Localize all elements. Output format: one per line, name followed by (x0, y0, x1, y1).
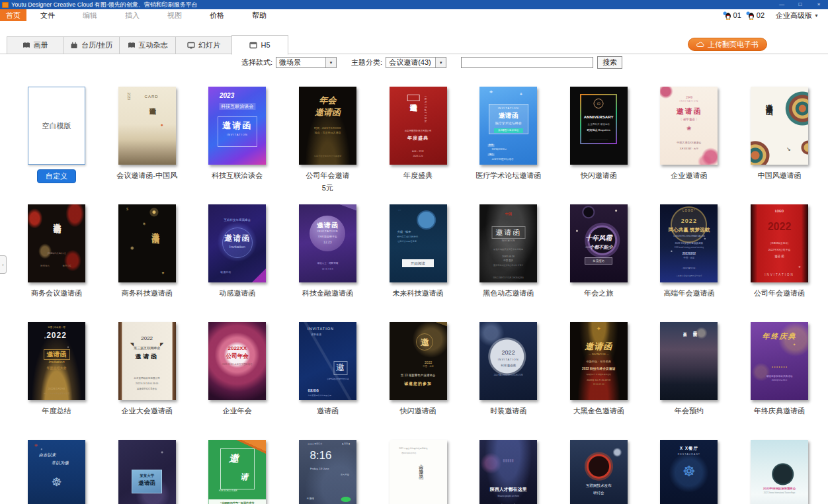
search-button[interactable]: 搜索 (597, 56, 622, 69)
menu-help[interactable]: 帮助 (238, 11, 280, 21)
panel-collapse-handle[interactable]: › (0, 255, 7, 274)
template-thumbnail[interactable]: 邀请函↘ (751, 87, 808, 165)
template-thumbnail[interactable]: S恭候 光临邀请函◈ (118, 204, 176, 282)
template-thumbnail[interactable]: LOGO°2022同心共赢 筑梦远航CONCENTRIC WIN DREAM S… (660, 204, 718, 282)
template-thumbnail[interactable]: 空白模版 (28, 87, 85, 165)
qq-account-1[interactable]: 01 (723, 11, 741, 20)
template-card[interactable]: 2023科技互联洽谈会邀请函INVITATION 科技互联洽谈会 (208, 87, 266, 193)
template-card[interactable]: 2022INVITATION时装邀请函2022 FALL/WINTER COLL… (479, 322, 537, 416)
template-card[interactable]: 2023CARD邀请函● 会议邀请函-中国风 (118, 87, 176, 193)
category-select[interactable]: 会议邀请(43) ▼ (386, 57, 446, 68)
template-thumbnail[interactable]: ⊙ANNIVERSARY企业周年庆 诚邀莅临时间地点 Enquiries————… (570, 87, 628, 165)
template-thumbnail[interactable]: 邀请函(与您相约共商大计)时间地点敬请光临 (28, 204, 85, 282)
template-card[interactable]: 邀2022中国 · 北京第 13 届新零售产业博览会诚邀您的参加 快闪邀请函 (390, 322, 447, 416)
close-button[interactable]: × (809, 0, 828, 9)
template-thumbnail[interactable]: 年会邀请函时间：2023年X月XX日地点：北京市xx大酒店北京有图文创科技公司诚… (299, 87, 356, 165)
template-card[interactable]: 邀请函(与您相约共商大计)时间地点敬请光临 商务会议邀请函 (28, 204, 85, 298)
template-thumbnail[interactable]: LOGO2022(龙腾虎跃贺新年)2022年XX公司年会邀请 函INVITATI… (751, 204, 808, 282)
template-card[interactable]: 年终庆典✦● ● ● ● ● ● ●诚邀您参加年终庆典活动2022年12月31日… (751, 322, 808, 416)
template-card[interactable]: ✚✚INVITATION邀请函医疗学术论坛峰会第X届医疗学术论坛时间2023年X… (479, 87, 537, 193)
template-thumbnail[interactable]: 邀请函INVITATION北京有图国际酒店有限公司年度盛典时间：XX月2023.… (390, 87, 447, 165)
qq-account-2[interactable]: 02 (746, 11, 765, 20)
menu-insert[interactable]: 插入 (111, 11, 153, 21)
template-thumbnail[interactable]: ⊕自古以来常以为傲☸ (28, 440, 85, 504)
template-card[interactable]: ⊙ANNIVERSARY企业周年庆 诚邀莅临时间地点 Enquiries————… (570, 87, 628, 193)
restore-button[interactable]: □ (791, 0, 809, 9)
template-card[interactable]: 2022XX公司年会2022-12-31 北京某某国际酒店 企业年会 (208, 322, 266, 416)
template-card[interactable]: 二零二二年 农历闰年一年中的第三百五十六天 年会预约 (660, 322, 718, 416)
template-card[interactable]: 某某大学邀请函 (118, 440, 176, 504)
menu-price[interactable]: 价格 (196, 11, 238, 21)
template-thumbnail[interactable]: FOR WORLD IN AIR邀请“会唱歌的空气” 巡演艺术节 (208, 440, 266, 504)
template-thumbnail[interactable]: 中国邀请函INVITATION欢迎莅临重庆文化艺术中心指导20XX.06.26中… (479, 204, 537, 282)
template-card[interactable]: LOGO°2022同心共赢 筑梦远航CONCENTRIC WIN DREAM S… (660, 204, 718, 298)
minimize-button[interactable]: — (772, 0, 791, 9)
tab-h5[interactable]: H5 (231, 35, 288, 55)
template-card[interactable]: ▮▮▮▮▮陕西人才都在这里Shaanxi people are here中国 ·… (479, 440, 537, 504)
template-thumbnail[interactable]: 2022中国国际旅游博览会2022 Chinese International … (751, 440, 808, 504)
customize-button[interactable]: 自定义 (37, 169, 76, 183)
template-thumbnail[interactable]: 十年风霜一个都不能少抢票报名 (570, 204, 628, 282)
template-thumbnail[interactable]: 2023CARD邀请函● (118, 87, 176, 165)
template-card[interactable]: 年会邀请函时间：2023年X月XX日地点：北京市xx大酒店北京有图文创科技公司诚… (299, 87, 356, 193)
template-thumbnail[interactable]: 2023科技互联洽谈会邀请函INVITATION (208, 87, 266, 165)
template-thumbnail[interactable]: X X餐厅RESTAURANT☸邀请函 (660, 440, 718, 504)
menu-edit[interactable]: 编辑 (69, 11, 111, 21)
chevron-down-icon[interactable]: ▼ (325, 58, 336, 67)
blank-template-card[interactable]: 空白模版 自定义 (28, 87, 85, 193)
template-thumbnail[interactable]: 年终庆典✦● ● ● ● ● ● ●诚邀您参加年终庆典活动2022年12月31日 (751, 322, 808, 400)
template-card[interactable]: 互联科技年度高峰会邀请函Invitation敬请莅临 动感邀请函 (208, 204, 266, 298)
menu-file[interactable]: 文件 (26, 11, 69, 21)
template-thumbnail[interactable]: 邀请函INVITATIONXX科技金融年会12.23诚邀人士 · 福聚荣耀W I… (299, 204, 356, 282)
thumb-text: 欢迎莅临重庆文化艺术中心指导 (493, 249, 523, 251)
template-thumbnail[interactable]: 智图 | 年终第一届2022邀请函Invitation年度总结大会2022年1月… (28, 322, 85, 400)
template-card[interactable]: 智图 | 年终第一届2022邀请函Invitation年度总结大会2022年1月… (28, 322, 85, 416)
style-select[interactable]: 微场景 ▼ (276, 57, 337, 68)
tab-magazine[interactable]: 互动杂志 (119, 36, 176, 54)
template-card[interactable]: 十年风霜一个都不能少抢票报名 年会之旅 (570, 204, 628, 298)
chevron-down-icon[interactable]: ▼ (435, 58, 446, 67)
template-thumbnail[interactable]: 2022◥◤第三届互联网峰会邀请函北京某网络科技有限公司2022.6.16 14… (118, 322, 176, 400)
template-card[interactable]: S恭候 光临邀请函◈ 商务科技邀请函 (118, 204, 176, 298)
tab-calendar[interactable]: 台历/挂历 (63, 36, 120, 54)
plan-dropdown[interactable]: 企业高级版 ▼ (776, 11, 819, 21)
template-thumbnail[interactable]: 2021 中国文化强国论坛暨高峰会届时恭候您的光临会议邀请函 (390, 440, 447, 504)
tab-slideshow[interactable]: 幻灯片 (175, 36, 232, 54)
template-thumbnail[interactable]: 2022INVITATION时装邀请函2022 FALL/WINTER COLL… (479, 322, 537, 400)
template-thumbnail[interactable]: 邀2022中国 · 北京第 13 届新零售产业博览会诚邀您的参加 (390, 322, 447, 400)
template-thumbnail[interactable]: 2022XX公司年会2022-12-31 北京某某国际酒店 (208, 322, 266, 400)
template-card[interactable]: 2022中国国际旅游博览会2022 Chinese International … (751, 440, 808, 504)
template-card[interactable]: 邀请函↘ 中国风邀请函 (751, 87, 808, 193)
template-thumbnail[interactable]: ●●●●● 平安口令▶ 80% ▮8:16Friday, 19 June天气不错… (299, 440, 356, 504)
template-card[interactable]: INVITATION诚挚邀请邀以梦想驱动未来发展之路08/06北京某某网络科技有… (299, 322, 356, 416)
template-thumbnail[interactable]: ▮▮▮▮▮陕西人才都在这里Shaanxi people are here中国 ·… (479, 440, 537, 504)
template-card[interactable]: X X餐厅RESTAURANT☸邀请函 (660, 440, 718, 504)
upload-ebook-button[interactable]: 上传翻页电子书 (688, 38, 767, 51)
template-thumbnail[interactable]: 1949INVITATION邀请函〔 诚挚邀请 〕❀中国大酒店XX邀请会X月X日… (660, 87, 718, 165)
menu-home[interactable]: 首页 (0, 9, 26, 21)
template-thumbnail[interactable]: ✚✚INVITATION邀请函医疗学术论坛峰会第X届医疗学术论坛时间2023年X… (479, 87, 537, 165)
template-card[interactable]: FOR WORLD IN AIR邀请“会唱歌的空气” 巡演艺术节 (208, 440, 266, 504)
template-card[interactable]: ⊕自古以来常以为傲☸ (28, 440, 85, 504)
tab-album[interactable]: 画册 (7, 36, 63, 54)
template-thumbnail[interactable]: INVITATION诚挚邀请邀以梦想驱动未来发展之路08/06北京某某网络科技有… (299, 322, 356, 400)
template-card[interactable]: 中国邀请函INVITATION欢迎莅临重庆文化艺术中心指导20XX.06.26中… (479, 204, 537, 298)
template-thumbnail[interactable]: 某某大学邀请函 (118, 440, 176, 504)
template-card[interactable]: ●●●●● 平安口令▶ 80% ▮8:16Friday, 19 June天气不错… (299, 440, 356, 504)
template-card[interactable]: 2022◥◤第三届互联网峰会邀请函北京某网络科技有限公司2022.6.16 14… (118, 322, 176, 416)
template-card[interactable]: ✦邀请函— INVITATION —创新科技 · 年终盛典2022 科技年终会议… (570, 322, 628, 416)
template-card[interactable]: 邀请函INVITATION北京有图国际酒店有限公司年度盛典时间：XX月2023.… (390, 87, 447, 193)
template-thumbnail[interactable]: 互联科技年度高峰会邀请函Invitation敬请莅临 (208, 204, 266, 282)
template-thumbnail[interactable]: 二零二二年 农历闰年一年中的第三百五十六天 (660, 322, 718, 400)
template-card[interactable]: 邀请函INVITATIONXX科技金融年会12.23诚邀人士 · 福聚荣耀W I… (299, 204, 356, 298)
template-thumbnail[interactable]: 互联网技术发布研讨会XX网络科技有限公司 (570, 440, 628, 504)
template-card[interactable]: 2021 中国文化强国论坛暨高峰会届时恭候您的光临会议邀请函 (390, 440, 447, 504)
menu-view[interactable]: 视图 (153, 11, 196, 21)
template-thumbnail[interactable]: ◦◦◦升级 · 蜕变相约在工业4.0的时代让我们共同见证奇迹开始阅读 (390, 204, 447, 282)
search-input[interactable] (461, 57, 593, 68)
template-card[interactable]: 1949INVITATION邀请函〔 诚挚邀请 〕❀中国大酒店XX邀请会X月X日… (660, 87, 718, 193)
template-card[interactable]: LOGO2022(龙腾虎跃贺新年)2022年XX公司年会邀请 函INVITATI… (751, 204, 808, 298)
template-thumbnail[interactable]: ✦邀请函— INVITATION —创新科技 · 年终盛典2022 科技年终会议… (570, 322, 628, 400)
template-card[interactable]: 互联网技术发布研讨会XX网络科技有限公司 (570, 440, 628, 504)
template-card[interactable]: ◦◦◦升级 · 蜕变相约在工业4.0的时代让我们共同见证奇迹开始阅读 未来科技邀… (390, 204, 447, 298)
